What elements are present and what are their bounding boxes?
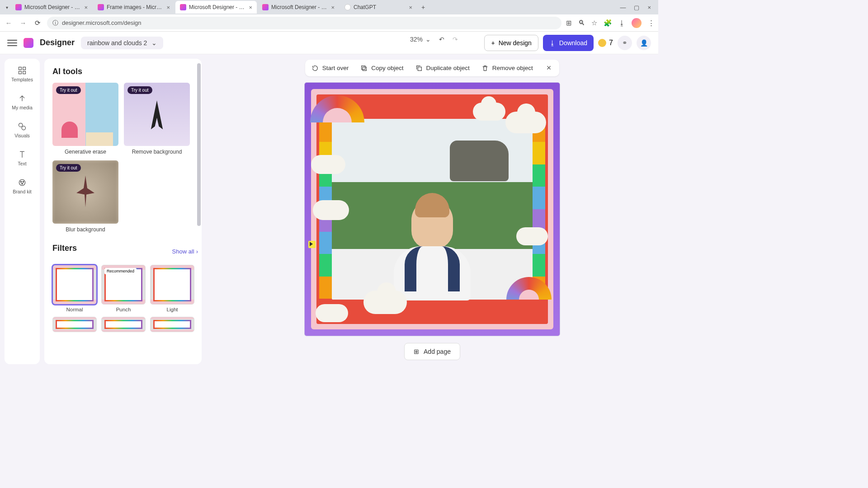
downloads-icon[interactable]: ⭳ bbox=[618, 19, 625, 27]
side-panel: AI tools Try it out Generative erase Try… bbox=[44, 59, 202, 364]
plus-icon: + bbox=[491, 39, 495, 47]
svg-rect-2 bbox=[19, 71, 22, 74]
try-it-out-badge: Try it out bbox=[127, 86, 152, 94]
rail-label: My media bbox=[12, 105, 33, 110]
close-toolbar-icon[interactable]: × bbox=[545, 63, 553, 73]
tab-close-icon[interactable]: × bbox=[166, 4, 170, 11]
profile-avatar[interactable] bbox=[632, 18, 642, 28]
maximize-icon[interactable]: ▢ bbox=[634, 4, 639, 11]
design-name-dropdown[interactable]: rainbow and clouds 2 ⌄ bbox=[81, 37, 163, 49]
show-all-label: Show all bbox=[172, 248, 194, 255]
svg-rect-0 bbox=[19, 67, 22, 70]
ai-tool-generative-erase[interactable]: Try it out Generative erase bbox=[52, 83, 118, 155]
chevron-down-icon: ⌄ bbox=[151, 39, 157, 47]
credits-badge[interactable]: 7 bbox=[598, 39, 613, 47]
browser-tab-active[interactable]: Microsoft Designer - Stunning× bbox=[175, 1, 257, 14]
nav-forward-icon: → bbox=[18, 19, 28, 27]
share-icon[interactable]: ⚭ bbox=[618, 36, 632, 50]
filter-item[interactable] bbox=[52, 317, 97, 332]
remove-object-button[interactable]: Remove object bbox=[481, 65, 533, 72]
url-text: designer.microsoft.com/design bbox=[62, 19, 142, 26]
cloud-icon bbox=[363, 291, 407, 314]
install-app-icon[interactable]: ⊞ bbox=[566, 19, 572, 27]
browser-tab[interactable]: Frame images - Microsoft Des× bbox=[93, 1, 175, 14]
ai-tools-heading: AI tools bbox=[52, 67, 198, 76]
window-controls: — ▢ × bbox=[620, 4, 656, 11]
try-it-out-badge: Try it out bbox=[56, 86, 81, 94]
tool-label: Generative erase bbox=[52, 149, 118, 155]
copy-object-button[interactable]: Copy object bbox=[360, 65, 403, 72]
button-label: Download bbox=[559, 39, 587, 47]
filter-label: Light bbox=[150, 307, 194, 312]
minimize-icon[interactable]: — bbox=[620, 4, 626, 11]
zoom-icon[interactable]: 🔍︎ bbox=[578, 19, 585, 27]
browser-menu-icon[interactable]: ⋮ bbox=[648, 19, 655, 27]
design-canvas[interactable] bbox=[305, 83, 560, 336]
filter-thumbnail bbox=[150, 317, 194, 332]
favicon-icon bbox=[262, 4, 269, 10]
tool-label: Blur background bbox=[52, 226, 118, 233]
duplicate-object-button[interactable]: Duplicate object bbox=[415, 65, 470, 72]
button-label: New design bbox=[499, 39, 532, 47]
svg-rect-12 bbox=[418, 67, 421, 70]
bookmark-icon[interactable]: ☆ bbox=[591, 19, 597, 27]
left-rail: Templates My media Visuals Text Brand ki… bbox=[5, 59, 40, 364]
plus-square-icon: ⊞ bbox=[414, 348, 419, 355]
tab-history-dropdown[interactable]: ▾ bbox=[3, 5, 11, 10]
filter-item[interactable] bbox=[150, 317, 194, 332]
show-all-filters[interactable]: Show all› bbox=[172, 248, 198, 255]
recommended-badge: Recommended bbox=[104, 268, 137, 274]
new-tab-button[interactable]: + bbox=[418, 4, 429, 11]
app-header: Designer rainbow and clouds 2 ⌄ +New des… bbox=[0, 32, 658, 54]
add-page-button[interactable]: ⊞ Add page bbox=[404, 343, 460, 360]
svg-rect-11 bbox=[362, 66, 365, 69]
new-design-button[interactable]: +New design bbox=[484, 35, 538, 51]
tool-thumbnail: Try it out bbox=[52, 160, 118, 224]
zoom-controls: 32%⌄ ↶ ↷ bbox=[410, 36, 458, 43]
browser-tab[interactable]: Microsoft Designer - Stunning× bbox=[258, 1, 339, 14]
favicon-icon bbox=[344, 4, 351, 10]
close-window-icon[interactable]: × bbox=[647, 4, 651, 11]
scrollbar-thumb[interactable] bbox=[197, 63, 201, 226]
filter-punch[interactable]: RecommendedPunch bbox=[101, 265, 146, 312]
site-info-icon[interactable]: ⓘ bbox=[52, 19, 58, 27]
person-figure bbox=[392, 199, 473, 300]
rail-my-media[interactable]: My media bbox=[5, 92, 40, 112]
panel-scrollbar[interactable] bbox=[197, 63, 201, 360]
redo-icon: ↷ bbox=[453, 36, 458, 43]
tab-close-icon[interactable]: × bbox=[249, 4, 252, 11]
tab-title: ChatGPT bbox=[354, 4, 406, 10]
rail-label: Text bbox=[18, 161, 26, 166]
extensions-icon[interactable]: 🧩 bbox=[604, 19, 612, 27]
rail-text[interactable]: Text bbox=[5, 148, 40, 168]
tab-close-icon[interactable]: × bbox=[84, 4, 88, 11]
favicon-icon bbox=[98, 4, 104, 10]
browser-tab[interactable]: Microsoft Designer - Stunning× bbox=[11, 1, 92, 14]
ai-tool-blur-background[interactable]: Try it out Blur background bbox=[52, 160, 118, 233]
browser-tab[interactable]: ChatGPT× bbox=[340, 1, 417, 14]
zoom-dropdown[interactable]: 32%⌄ bbox=[410, 36, 431, 43]
rail-templates[interactable]: Templates bbox=[5, 64, 40, 84]
filter-normal[interactable]: Normal bbox=[52, 265, 97, 312]
button-label: Duplicate object bbox=[426, 65, 470, 71]
cloud-icon bbox=[311, 155, 345, 174]
ai-tool-remove-background[interactable]: Try it out Remove background bbox=[124, 83, 190, 155]
rail-label: Brand kit bbox=[13, 189, 31, 194]
account-icon[interactable]: 👤 bbox=[637, 36, 651, 50]
filter-light[interactable]: Light bbox=[150, 265, 194, 312]
reload-icon[interactable]: ⟳ bbox=[33, 19, 42, 27]
tab-strip: ▾ Microsoft Designer - Stunning× Frame i… bbox=[0, 0, 658, 14]
start-over-button[interactable]: Start over bbox=[311, 65, 349, 72]
nav-back-icon[interactable]: ← bbox=[4, 19, 14, 27]
rail-label: Visuals bbox=[14, 133, 30, 138]
tab-close-icon[interactable]: × bbox=[331, 4, 335, 11]
tab-close-icon[interactable]: × bbox=[409, 4, 412, 11]
menu-button[interactable] bbox=[7, 40, 17, 46]
rail-brand-kit[interactable]: Brand kit bbox=[5, 176, 40, 196]
url-field[interactable]: ⓘ designer.microsoft.com/design bbox=[47, 17, 561, 29]
rail-visuals[interactable]: Visuals bbox=[5, 120, 40, 140]
filter-item[interactable] bbox=[101, 317, 146, 332]
download-button[interactable]: ⭳Download bbox=[543, 35, 594, 51]
svg-point-5 bbox=[22, 126, 25, 130]
undo-icon[interactable]: ↶ bbox=[439, 36, 444, 43]
